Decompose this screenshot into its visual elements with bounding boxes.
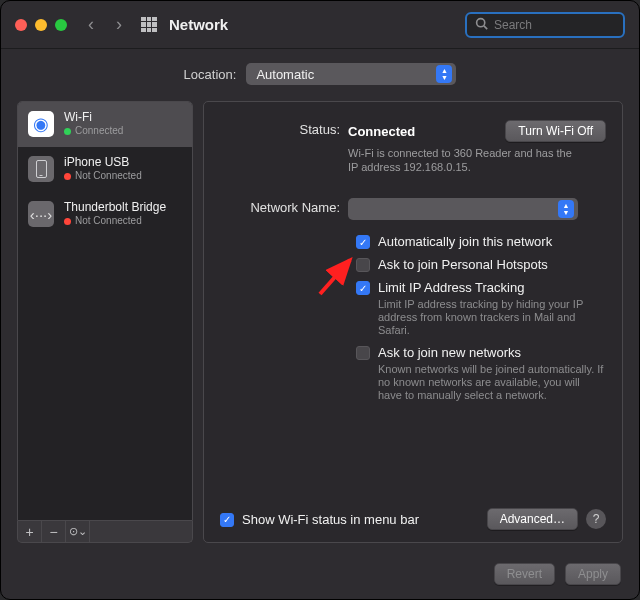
search-input[interactable] xyxy=(494,18,640,32)
limit-ip-checkbox[interactable]: ✓ xyxy=(356,281,370,295)
more-actions-button[interactable]: ⊙⌄ xyxy=(66,521,90,542)
status-label: Status: xyxy=(220,120,348,137)
close-window-button[interactable] xyxy=(15,19,27,31)
network-name-select[interactable]: ▲▼ xyxy=(348,198,578,220)
network-name-label: Network Name: xyxy=(220,198,348,220)
svg-point-0 xyxy=(477,18,485,26)
ask-new-networks-checkbox[interactable] xyxy=(356,346,370,360)
fullscreen-window-button[interactable] xyxy=(55,19,67,31)
location-label: Location: xyxy=(184,67,237,82)
wifi-icon: ◉ xyxy=(28,111,54,137)
revert-button[interactable]: Revert xyxy=(494,563,555,585)
add-interface-button[interactable]: + xyxy=(18,521,42,542)
apply-button[interactable]: Apply xyxy=(565,563,621,585)
show-all-prefs-button[interactable] xyxy=(141,17,157,33)
location-select[interactable]: Automatic ▲▼ xyxy=(246,63,456,85)
status-dot-icon xyxy=(64,128,71,135)
ask-hotspot-checkbox[interactable] xyxy=(356,258,370,272)
search-icon xyxy=(475,17,488,33)
turn-wifi-off-button[interactable]: Turn Wi-Fi Off xyxy=(505,120,606,142)
status-dot-icon xyxy=(64,173,71,180)
search-field[interactable] xyxy=(465,12,625,38)
status-dot-icon xyxy=(64,218,71,225)
remove-interface-button[interactable]: − xyxy=(42,521,66,542)
window-title: Network xyxy=(169,16,465,33)
back-button[interactable]: ‹ xyxy=(81,15,101,35)
sidebar-item-iphone-usb[interactable]: iPhone USB Not Connected xyxy=(18,147,192,192)
help-button[interactable]: ? xyxy=(586,509,606,529)
status-value: Connected xyxy=(348,124,415,139)
minimize-window-button[interactable] xyxy=(35,19,47,31)
interfaces-list[interactable]: ◉ Wi-Fi Connected iPhone USB Not Connect… xyxy=(17,101,193,521)
status-detail: Wi-Fi is connected to 360 Reader and has… xyxy=(348,146,582,174)
phone-icon xyxy=(28,156,54,182)
chevron-updown-icon: ▲▼ xyxy=(558,200,574,218)
svg-line-1 xyxy=(484,25,487,28)
window-traffic-lights[interactable] xyxy=(15,19,67,31)
sidebar-item-wifi[interactable]: ◉ Wi-Fi Connected xyxy=(18,102,192,147)
show-menubar-checkbox[interactable]: ✓ xyxy=(220,513,234,527)
auto-join-checkbox[interactable]: ✓ xyxy=(356,235,370,249)
advanced-button[interactable]: Advanced… xyxy=(487,508,578,530)
forward-button[interactable]: › xyxy=(109,15,129,35)
thunderbolt-icon: ‹···› xyxy=(28,201,54,227)
sidebar-item-thunderbolt[interactable]: ‹···› Thunderbolt Bridge Not Connected xyxy=(18,192,192,237)
chevron-updown-icon: ▲▼ xyxy=(436,65,452,83)
